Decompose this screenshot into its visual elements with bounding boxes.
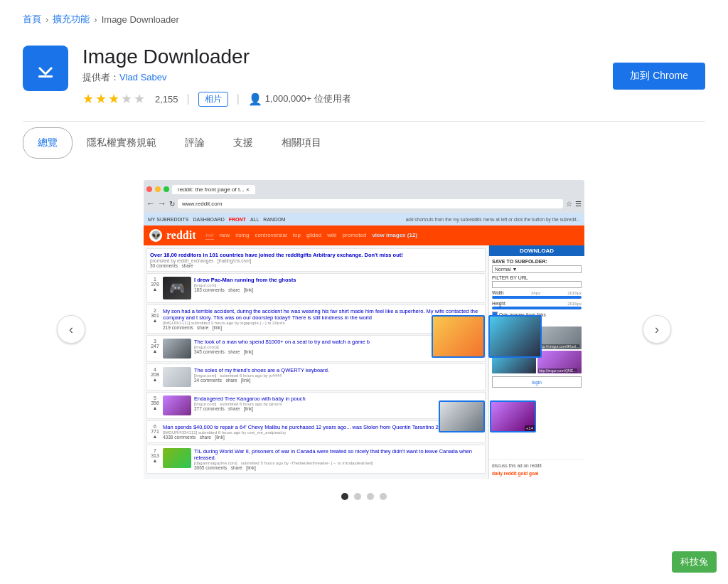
header-divider xyxy=(23,121,705,122)
maximize-btn xyxy=(164,186,169,192)
browser-chrome: reddit: the front page of t... × ← → ↻ w… xyxy=(144,180,584,213)
reddit-post-1: 1378▲ 🎮 I drew Pac-Man running from the … xyxy=(146,273,486,303)
carousel-image: reddit: the front page of t... × ← → ↻ w… xyxy=(144,180,584,479)
reddit-logo-text: reddit xyxy=(166,229,196,242)
login-button[interactable]: login xyxy=(492,376,582,388)
reddit-post-4: 4208▲ The soles of my friend's shoes are… xyxy=(146,363,486,391)
carousel-dot-1[interactable] xyxy=(341,493,348,500)
overlay-img-3 xyxy=(439,400,485,432)
breadcrumb-sep2: › xyxy=(94,14,97,25)
browser-tab: reddit: the front page of t... × xyxy=(172,185,255,194)
breadcrumb: 首頁 › 擴充功能 › Image Downloader xyxy=(0,0,728,34)
breadcrumb-current: Image Downloader xyxy=(102,14,179,25)
breadcrumb-home[interactable]: 首頁 xyxy=(23,13,41,26)
browser-titlebar: reddit: the front page of t... × xyxy=(146,183,582,196)
tab-privacy[interactable]: 隱私權實務規範 xyxy=(73,128,171,158)
extension-info: Image Downloader 提供者：Vlad Sabev ★ ★ ★ ★ … xyxy=(82,46,599,107)
carousel-dot-4[interactable] xyxy=(380,493,387,500)
download-icon xyxy=(31,54,60,83)
star-3: ★ xyxy=(108,91,119,107)
breadcrumb-sep1: › xyxy=(46,14,48,25)
users-info: 👤 1,000,000+ 位使用者 xyxy=(248,92,351,106)
reddit-post-6: 6771▲ Man spends $40,000 to repair a 64'… xyxy=(146,420,486,443)
address-bar: www.reddit.com xyxy=(178,199,563,208)
reddit-promoted-post: Over 18,00 redditors in 101 countries ha… xyxy=(146,248,486,272)
meta-divider1: | xyxy=(187,92,190,105)
carousel-inner: reddit: the front page of t... × ← → ↻ w… xyxy=(144,180,584,479)
carousel-prev-button[interactable]: ‹ xyxy=(57,315,85,344)
reddit-bottom: discuss this ad on reddit daily reddit g… xyxy=(489,460,584,479)
download-sidebar: DOWNLOAD SAVE TO SUBFOLDER: Normal ▼ FIL… xyxy=(488,245,584,479)
carousel-section: ‹ reddit: the front page of t... × xyxy=(0,180,728,479)
rating-count: 2,155 xyxy=(155,94,178,105)
breadcrumb-extensions[interactable]: 擴充功能 xyxy=(53,13,90,26)
overlay-img-1 xyxy=(432,315,485,358)
extension-meta: ★ ★ ★ ★ ★ 2,155 | 相片 | 👤 1,000,000+ 位使用者 xyxy=(82,91,599,107)
tab-related[interactable]: 相關項目 xyxy=(267,128,336,158)
minimize-btn xyxy=(155,186,161,192)
reddit-alien-icon: 👽 xyxy=(149,229,162,242)
reddit-logo-bar: 👽 reddit hot new rising controversial to… xyxy=(144,225,584,245)
users-count: 1,000,000+ 位使用者 xyxy=(265,92,351,105)
tab-support[interactable]: 支援 xyxy=(219,128,267,158)
star-5: ★ xyxy=(134,91,145,107)
tab-reviews[interactable]: 評論 xyxy=(171,128,219,158)
reddit-post-7: 7313▲ TIL during World War II, prisoners… xyxy=(146,445,486,474)
extension-provider: 提供者：Vlad Sabev xyxy=(82,71,599,84)
close-btn xyxy=(146,186,152,192)
extension-icon xyxy=(23,46,68,91)
star-1: ★ xyxy=(82,91,94,107)
add-to-chrome-button[interactable]: 加到 Chrome xyxy=(613,63,705,90)
carousel-dot-3[interactable] xyxy=(367,493,374,500)
star-4: ★ xyxy=(121,91,132,107)
reddit-posts: Over 18,00 redditors in 101 countries ha… xyxy=(144,245,488,479)
tabs-bar: 總覽 隱私權實務規範 評論 支援 相關項目 xyxy=(0,127,728,159)
extension-header: Image Downloader 提供者：Vlad Sabev ★ ★ ★ ★ … xyxy=(0,34,728,121)
reddit-post-5: 5356▲ Endangered Tree Kangaroo with baby… xyxy=(146,392,486,419)
carousel-dot-2[interactable] xyxy=(354,493,361,500)
extension-title: Image Downloader xyxy=(82,46,599,68)
reddit-subreddit-bar: MY SUBREDDITSDASHBOARDFRONTALLRANDOM add… xyxy=(144,213,584,225)
carousel-dots xyxy=(0,493,728,500)
photos-badge[interactable]: 相片 xyxy=(198,92,228,107)
star-2: ★ xyxy=(95,91,107,107)
users-icon: 👤 xyxy=(248,92,262,106)
download-panel-header: DOWNLOAD xyxy=(489,245,584,256)
meta-divider2: | xyxy=(237,92,240,105)
svg-rect-0 xyxy=(31,54,60,83)
screenshot-mockup: reddit: the front page of t... × ← → ↻ w… xyxy=(144,180,584,479)
carousel-next-button[interactable]: › xyxy=(643,315,671,344)
provider-link[interactable]: Vlad Sabev xyxy=(119,72,167,83)
svg-rect-2 xyxy=(38,75,53,78)
star-rating: ★ ★ ★ ★ ★ xyxy=(82,91,145,107)
reddit-content-area: Over 18,00 redditors in 101 countries ha… xyxy=(144,245,584,479)
tab-overview[interactable]: 總覽 xyxy=(23,127,73,159)
